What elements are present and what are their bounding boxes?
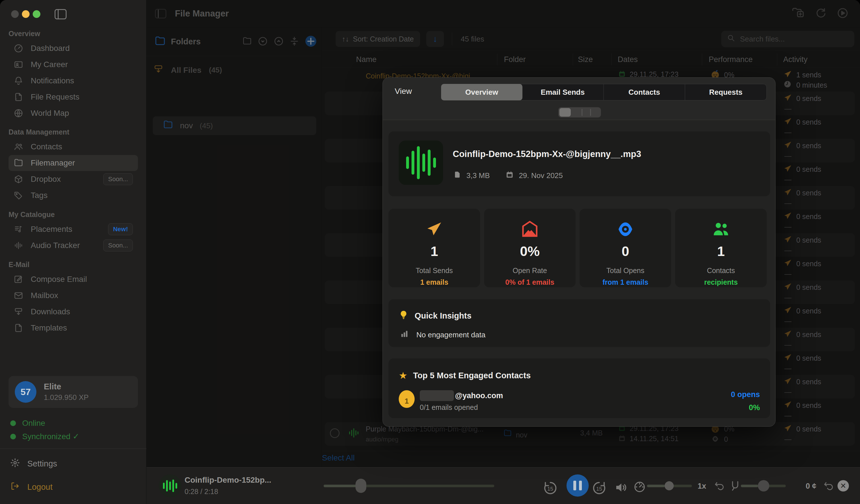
undo-icon[interactable] xyxy=(714,481,725,492)
globe-icon xyxy=(14,109,23,118)
document-icon xyxy=(453,171,461,181)
gear-icon xyxy=(10,458,20,470)
player-progress-slider[interactable] xyxy=(324,485,494,487)
contact-opens: 0 opens xyxy=(731,390,760,399)
sidebar-item-downloads[interactable]: Downloads xyxy=(9,304,138,320)
settings-label: Settings xyxy=(27,459,57,469)
status-synchronized: Synchronized ✓ xyxy=(10,432,79,441)
close-player-button[interactable]: ✕ xyxy=(837,480,849,491)
stat-sub: 1 emails xyxy=(388,278,480,286)
speed-knob[interactable] xyxy=(665,481,674,490)
status-online-label: Online xyxy=(22,419,45,428)
sidebar-item-tags[interactable]: Tags xyxy=(9,187,138,203)
reset-pitch-icon[interactable] xyxy=(823,481,834,492)
forward-15-button[interactable]: 15 xyxy=(592,481,607,495)
item-label: My Career xyxy=(31,60,68,69)
tab-email-sends[interactable]: Email Sends xyxy=(522,84,604,100)
badge: Soon... xyxy=(103,240,133,251)
stat-value: 1 xyxy=(675,243,767,259)
sidebar-item-contacts[interactable]: Contacts xyxy=(9,139,138,155)
sidebar-item-world-map[interactable]: World Map xyxy=(9,105,138,121)
sidebar-item-logout[interactable]: Logout xyxy=(10,481,53,493)
tab-overview[interactable]: Overview xyxy=(441,84,522,100)
sidebar-item-file-requests[interactable]: File Requests xyxy=(9,89,138,105)
sidebar-toggle-icon[interactable] xyxy=(55,9,67,19)
traffic-light-zoom[interactable] xyxy=(33,10,40,18)
status-sync-label: Synchronized ✓ xyxy=(22,432,79,441)
sidebar-item-compose-email[interactable]: Compose Email xyxy=(9,271,138,287)
file-size: 3,3 MB xyxy=(467,171,490,180)
modal-body: Coinflip-Demo-152bpm-Xx-@bigjenny__.mp3 … xyxy=(383,120,775,426)
page-slider-knob[interactable] xyxy=(559,108,571,117)
item-label: Mailbox xyxy=(31,291,58,300)
sidebar-item-placements[interactable]: PlacementsNew! xyxy=(9,221,138,237)
wave-icon xyxy=(14,241,23,250)
sidebar-item-filemanager[interactable]: Filemanager xyxy=(9,155,138,171)
top-contacts-card: ★ Top 5 Most Engaged Contacts 1 @yahoo.c… xyxy=(388,358,770,418)
stat-value: 0% xyxy=(484,243,576,259)
sidebar-item-mailbox[interactable]: Mailbox xyxy=(9,288,138,303)
audio-waveform-icon xyxy=(399,141,443,185)
bell-icon xyxy=(14,76,23,86)
top5-title: Top 5 Most Engaged Contacts xyxy=(413,371,531,380)
item-label: Tags xyxy=(31,191,47,200)
calendar-icon xyxy=(506,171,514,181)
sidebar-item-audio-tracker[interactable]: Audio TrackerSoon... xyxy=(9,237,138,254)
view-label: View xyxy=(395,87,412,96)
speed-slider[interactable] xyxy=(647,485,692,487)
content-area: File Manager Folders xyxy=(146,0,860,504)
notes-icon xyxy=(14,225,23,234)
progress-knob[interactable] xyxy=(356,479,366,493)
stat-card-open-rate: 0% Open Rate 0% of 1 emails xyxy=(484,209,576,287)
rewind-15-button[interactable]: 15 xyxy=(543,481,558,495)
tab-requests[interactable]: Requests xyxy=(685,84,766,100)
sidebar-item-templates[interactable]: Templates xyxy=(9,320,138,336)
section-label-data-management: Data Management xyxy=(9,128,69,136)
xp-points: 1.029.950 XP xyxy=(44,393,89,402)
insights-empty: No engagement data xyxy=(416,331,485,339)
sidebar-divider xyxy=(0,448,146,449)
pitch-knob[interactable] xyxy=(758,480,769,491)
traffic-light-minimize[interactable] xyxy=(22,10,30,18)
filereq-icon xyxy=(14,92,23,102)
contact-open-rate: 0% xyxy=(749,403,760,412)
download-icon xyxy=(14,307,23,317)
file-date: 29. Nov 2025 xyxy=(519,171,563,180)
tab-contacts[interactable]: Contacts xyxy=(604,84,685,100)
pause-button[interactable] xyxy=(567,474,589,496)
insights-title: Quick Insights xyxy=(415,311,472,320)
audio-player-bar: Coinflip-Demo-152bp... 0:28 / 2:18 15 15… xyxy=(146,467,860,504)
rank-badge: 1 xyxy=(399,390,415,408)
stat-label: Total Sends xyxy=(388,267,480,275)
sidebar-item-my-career[interactable]: My Career xyxy=(9,57,138,73)
stat-value: 0 xyxy=(579,243,671,259)
speed-gauge-icon[interactable] xyxy=(633,481,646,493)
pitch-slider[interactable] xyxy=(741,485,786,487)
player-time: 0:28 / 2:18 xyxy=(185,488,218,496)
box-icon xyxy=(14,174,23,184)
stat-sub: recipients xyxy=(675,278,767,286)
traffic-light-close[interactable] xyxy=(11,10,19,18)
idcard-icon xyxy=(14,60,23,69)
item-label: Downloads xyxy=(31,307,70,316)
item-label: Dropbox xyxy=(31,175,61,184)
item-label: Placements xyxy=(31,225,72,234)
tag-icon xyxy=(14,190,23,200)
item-label: Dashboard xyxy=(31,44,70,53)
page-slider[interactable] xyxy=(558,107,601,117)
stat-label: Open Rate xyxy=(484,267,576,275)
lightbulb-icon xyxy=(399,310,408,322)
sidebar-item-settings[interactable]: Settings xyxy=(10,458,57,470)
sidebar-item-notifications[interactable]: Notifications xyxy=(9,73,138,89)
eye-icon xyxy=(579,220,671,238)
xp-card[interactable]: 57 Elite 1.029.950 XP xyxy=(9,376,138,408)
item-label: Compose Email xyxy=(31,275,87,284)
file-summary-card: Coinflip-Demo-152bpm-Xx-@bigjenny__.mp3 … xyxy=(388,131,770,196)
volume-icon[interactable] xyxy=(614,481,628,494)
section-label-e-mail: E-Mail xyxy=(9,261,30,269)
svg-text:15: 15 xyxy=(597,486,602,492)
sidebar-item-dashboard[interactable]: Dashboard xyxy=(9,40,138,56)
sidebar-item-dropbox[interactable]: DropboxSoon... xyxy=(9,171,138,187)
tuning-fork-icon[interactable] xyxy=(729,480,741,493)
level-badge: 57 xyxy=(15,381,37,403)
